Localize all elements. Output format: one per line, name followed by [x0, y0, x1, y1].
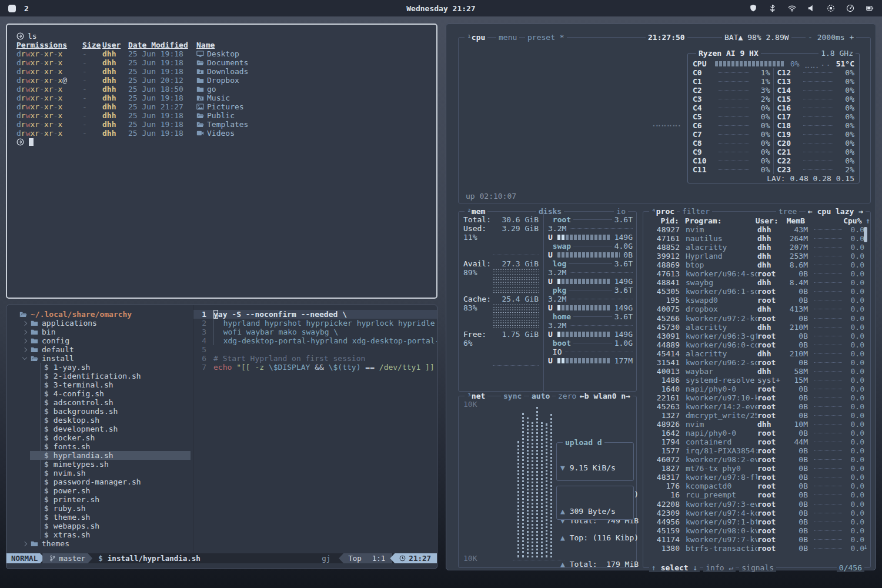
tree-file-ruby.sh[interactable]: $ruby.sh — [6, 504, 193, 513]
process-row[interactable]: 44956kworker/u97:1-btroot0B0.0 — [643, 517, 870, 526]
process-row[interactable]: 1827mt76-tx phy0root0B0.0 — [643, 464, 870, 473]
current-file: install/hyprlandia.sh — [108, 554, 201, 563]
process-row[interactable]: 41174kworker/u97:7-kvroot0B0.0 — [643, 535, 870, 544]
process-row[interactable]: 48926nvimdhh10M0.0 — [643, 420, 870, 429]
process-row[interactable]: 45730alacrittydhh210M0.0 — [643, 323, 870, 332]
tree-file-password-manager.sh[interactable]: $password-manager.sh — [6, 477, 193, 486]
tree-file-printer.sh[interactable]: $printer.sh — [6, 495, 193, 504]
process-row[interactable]: 1642napi/phy0-0root0B0.0 — [643, 429, 870, 437]
scroll-up-icon[interactable]: ↑ — [866, 216, 870, 225]
tree-file-hyprlandia.sh[interactable]: $hyprlandia.sh — [6, 451, 193, 460]
tree-folder-install[interactable]: install — [6, 354, 193, 363]
signals-button[interactable]: signals — [739, 563, 776, 572]
process-row[interactable]: 47161nautilusdhh264M0.0 — [643, 234, 870, 243]
process-row[interactable]: 16rcu_preemptroot0B0.0 — [643, 490, 870, 499]
omarchy-logo-icon[interactable] — [8, 5, 16, 12]
screen-record-icon[interactable] — [826, 4, 835, 13]
tree-folder-themes[interactable]: themes — [6, 539, 193, 548]
net-zero-button[interactable]: zero — [556, 392, 579, 400]
preset-button[interactable]: preset * — [525, 33, 567, 42]
wifi-icon[interactable] — [787, 4, 796, 13]
tree-file-xtras.sh[interactable]: $xtras.sh — [6, 530, 193, 539]
tree-file-1-yay.sh[interactable]: $1-yay.sh — [6, 363, 193, 372]
cpu-gauge-icon[interactable] — [846, 4, 854, 13]
tree-file-nvim.sh[interactable]: $nvim.sh — [6, 469, 193, 477]
volume-icon[interactable] — [807, 4, 816, 13]
btop-window[interactable]: ¹cpu menu preset * 21:27:50 BAT▲ 98% 2.8… — [446, 24, 876, 570]
tree-file-3-terminal.sh[interactable]: $3-terminal.sh — [6, 380, 193, 389]
core-row: C220% — [777, 156, 855, 165]
battery-icon[interactable] — [865, 4, 874, 13]
process-row[interactable]: 40013waybardhh58M0.0 — [643, 367, 870, 376]
process-row[interactable]: 48869btopdhh8.6M0.0 — [643, 260, 870, 269]
updates-shield-icon[interactable] — [749, 4, 757, 13]
tree-file-docker.sh[interactable]: $docker.sh — [6, 433, 193, 442]
process-row[interactable]: 45305kworker/u96:1-sdroot0B0.0 — [643, 287, 870, 296]
process-row[interactable]: 1486systemd-resolvesyst+15M0.0 — [643, 376, 870, 385]
tree-file-development.sh[interactable]: $development.sh — [6, 425, 193, 433]
workspace-indicator[interactable]: 2 — [24, 4, 29, 13]
process-row[interactable]: 1577irq/81-PIXA3854:root0B0.0 — [643, 446, 870, 455]
sort-selector[interactable]: ← cpu lazy → — [806, 207, 866, 216]
net-interface[interactable]: ←b wlan0 n→ — [577, 392, 633, 400]
tree-file-backgrounds.sh[interactable]: $backgrounds.sh — [6, 407, 193, 416]
info-button[interactable]: info ↵ — [703, 563, 736, 572]
tree-button[interactable]: tree — [776, 207, 799, 216]
process-row[interactable]: 44889kworker/u96:0-coroot0B0.0 — [643, 340, 870, 349]
net-box-tab[interactable]: ³net — [465, 392, 487, 400]
process-row[interactable]: 48927nvimdhh43M0.0 — [643, 225, 870, 234]
tree-file-adscontrol.sh[interactable]: $adscontrol.sh — [6, 398, 193, 407]
proc-box-tab[interactable]: ⁴proc — [649, 207, 677, 216]
process-row[interactable]: 48841swaybgdhh8.4M0.0 — [643, 278, 870, 287]
shell-script-icon: $ — [44, 469, 49, 477]
process-row[interactable]: 40075dropboxdhh413M0.0 — [643, 305, 870, 313]
cpu-box-tab[interactable]: ¹cpu — [465, 33, 487, 42]
process-row[interactable]: 1327dmcrypt_write/25root0B0.0 — [643, 411, 870, 420]
process-row[interactable]: 45159kworker/u98:0-kvroot0B0.0 — [643, 526, 870, 535]
process-row[interactable]: 42309kworker/u97:4-kcroot0B0.0 — [643, 509, 870, 517]
process-row[interactable]: 1640napi/phy0-0root0B0.0 — [643, 385, 870, 393]
net-sync-button[interactable]: sync — [501, 392, 524, 400]
process-row[interactable]: 46072kworker/u98:2-evroot0B0.0 — [643, 455, 870, 464]
tree-file-theme.sh[interactable]: $theme.sh — [6, 513, 193, 522]
process-row[interactable]: 22161kworker/u97:10-kroot0B0.0 — [643, 393, 870, 402]
tree-file-mimetypes.sh[interactable]: $mimetypes.sh — [6, 460, 193, 469]
scroll-down-icon[interactable]: ↓ — [863, 542, 868, 551]
tree-file-webapps.sh[interactable]: $webapps.sh — [6, 522, 193, 530]
process-row[interactable]: 48852alacrittydhh207M0.0 — [643, 243, 870, 252]
tree-folder-bin[interactable]: bin — [6, 328, 193, 336]
process-row[interactable]: 1794containerdroot44M0.0 — [643, 437, 870, 446]
update-interval[interactable]: - 2000ms + — [806, 33, 856, 42]
process-row[interactable]: 1380btrfs-transactioroot0B0.0 — [643, 544, 870, 553]
bluetooth-icon[interactable] — [768, 4, 777, 13]
process-row[interactable]: 43091kworker/u96:3-gfroot0B0.0 — [643, 332, 870, 340]
core-row: C40% — [693, 103, 770, 112]
tree-file-power.sh[interactable]: $power.sh — [6, 486, 193, 495]
process-row[interactable]: 195kswapd0root0B0.0 — [643, 296, 870, 305]
process-row[interactable]: 45263kworker/14:2-everoot0B0.0 — [643, 402, 870, 411]
net-auto-button[interactable]: auto — [529, 392, 552, 400]
menu-button[interactable]: menu — [496, 33, 519, 42]
process-row[interactable]: 45414alacrittydhh210M0.0 — [643, 349, 870, 358]
tree-file-2-identification.sh[interactable]: $2-identification.sh — [6, 372, 193, 380]
tree-folder-applications[interactable]: applications — [6, 319, 193, 328]
process-row[interactable]: 47613kworker/u96:4-sdroot0B0.0 — [643, 269, 870, 278]
process-row[interactable]: 48317kworker/u97:8-flroot0B0.0 — [643, 473, 870, 482]
process-row[interactable]: 176kcompactd0root0B0.0 — [643, 482, 870, 490]
tree-file-fonts.sh[interactable]: $fonts.sh — [6, 442, 193, 451]
tree-folder-config[interactable]: config — [6, 336, 193, 345]
terminal-window[interactable]: ls Permissions Size User Date Modified N… — [6, 24, 437, 299]
process-row[interactable]: 45266kworker/u97:2-kcroot0B0.0 — [643, 314, 870, 323]
process-row[interactable]: 42208kworker/u97:3-evroot0B0.0 — [643, 500, 870, 509]
process-row[interactable]: 39912Hyprlanddhh253M0.0 — [643, 252, 870, 260]
tree-folder-default[interactable]: default — [6, 345, 193, 354]
code-editor[interactable]: 1yay -S --noconfirm --needed \2 hyprland… — [193, 305, 437, 553]
git-branch[interactable]: master — [42, 553, 92, 563]
tree-root[interactable]: ~/.local/share/omarchy — [6, 310, 193, 319]
proc-scrollbar[interactable] — [864, 227, 867, 242]
tree-file-4-config.sh[interactable]: $4-config.sh — [6, 389, 193, 398]
filter-button[interactable]: filter — [680, 207, 712, 216]
tree-file-desktop.sh[interactable]: $desktop.sh — [6, 416, 193, 425]
process-row[interactable]: 31541kworker/u96:2-sdroot0B0.0 — [643, 358, 870, 367]
neovim-window[interactable]: ~/.local/share/omarchyapplicationsbincon… — [6, 305, 437, 569]
